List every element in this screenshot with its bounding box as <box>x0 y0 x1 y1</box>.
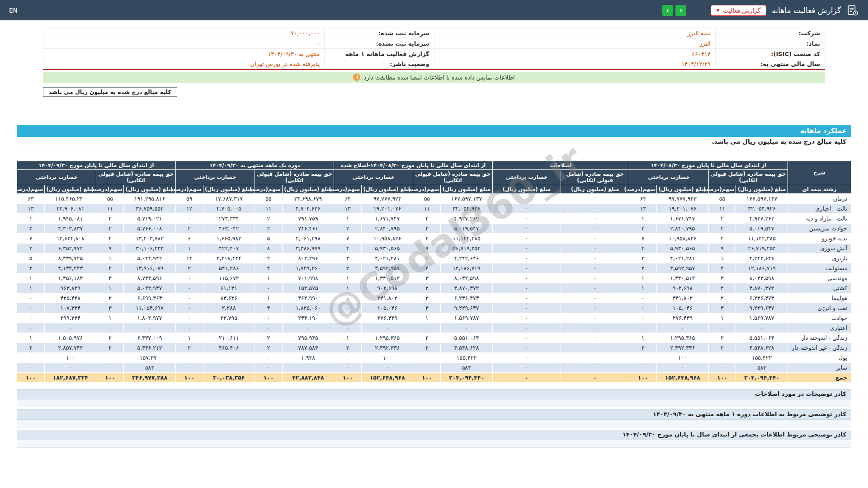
table-cell: ۰ <box>736 323 788 333</box>
table-cell: ۰ <box>629 313 657 323</box>
table-cell: ۰ <box>255 313 282 323</box>
table-cell: ۱۰۰ <box>362 353 413 363</box>
top-navigation-bar: گزارش فعالیت ماهانه گزارش فعالیت ▼ › ‹ E… <box>0 0 868 20</box>
table-cell: ۰ <box>561 313 629 323</box>
table-cell: ۱۳ <box>17 204 45 214</box>
table-cell: ۲ <box>708 214 736 224</box>
table-cell: ۲ <box>96 293 124 303</box>
table-cell: ۵۴۱,۲۸۶ <box>203 263 255 273</box>
table-cell: ۴ <box>334 244 362 253</box>
table-cell: ۲ <box>708 283 736 293</box>
footer-note: کادر توضیحی مربوط اطلاعات تجمعی از ابتدا… <box>17 430 851 448</box>
footer-note-body <box>17 440 851 448</box>
table-cell: ۱۳,۹۱۶,۰۷۹ <box>124 263 175 273</box>
table-cell: ۱ <box>96 283 124 293</box>
table-row: ثالث - اجباری۳۲,۰۵۴,۹۲۶۱۱۱۹,۲۰۱,۰۷۶۱۳۰۰۳… <box>17 204 851 214</box>
table-cell: ۱ <box>334 283 362 293</box>
monthly-report-icon <box>846 4 859 17</box>
table-cell: ۰ <box>629 303 657 313</box>
table-cell: ۱ <box>629 214 657 224</box>
table-cell: ۱ <box>175 244 203 253</box>
table-cell: ۰ <box>17 303 45 313</box>
table-cell: ۳۴۱,۸۰۲ <box>362 293 413 303</box>
table-cell: ۴,۲۴۲,۶۴۶ <box>736 253 788 263</box>
table-cell: ۵ <box>255 234 282 244</box>
table-cell: ۶,۶۹۹,۴۶۳ <box>124 293 175 303</box>
table-cell: ۱۹,۲۰۱,۰۷۶ <box>362 204 413 214</box>
col-subheader-premium: حق بیمه صادره (شامل قبولی اتکایی) <box>708 169 788 185</box>
table-cell: ۲ <box>334 343 362 353</box>
table-row: اعتباري۰۰۰۰۰۰۰۰۰۰۰۰۰۰۰۰۰۰ <box>17 323 851 333</box>
table-row: مسئولیت۱۲,۱۸۶,۷۱۹۴۳,۵۹۲,۹۵۷۲۰۰۱۲,۱۸۶,۷۱۹… <box>17 263 851 273</box>
table-cell: ۰ <box>17 353 45 363</box>
table-cell: ۰ <box>124 323 175 333</box>
table-cell: ۱۹,۲۰۱,۰۷۶ <box>657 204 708 214</box>
footer-note: کادر توضیحی مربوط به اطلاعات دوره ۱ ماهه… <box>17 409 851 427</box>
info-label: وضعیت ناشر: <box>325 59 434 70</box>
table-cell: ۲ <box>413 283 441 293</box>
table-cell: ۱۰۰ <box>657 353 708 363</box>
table-cell: ۸,۰۴۲,۵۹۸ <box>441 273 492 283</box>
table-cell: ۵۸۳ <box>124 363 175 373</box>
row-label: جمع <box>788 373 851 383</box>
table-cell: ۰ <box>492 244 561 253</box>
table-cell: ۳ <box>96 273 124 283</box>
table-cell: ۰ <box>282 363 334 373</box>
table-cell: ۷۸۷,۵۸۴ <box>282 343 334 353</box>
table-cell: ۰ <box>492 253 561 263</box>
signature-match-notice: اطلاعات نمایش داده شده با اطلاعات امضا ش… <box>43 72 825 83</box>
table-cell: ۰ <box>561 323 629 333</box>
row-label: مهندسی <box>788 273 851 283</box>
report-type-dropdown[interactable]: گزارش فعالیت ▼ <box>711 5 766 16</box>
table-cell: ۱۵۵,۴۲۲ <box>736 353 788 363</box>
table-cell: ۱ <box>708 253 736 263</box>
col-header-share: سهم(درصد) <box>175 185 203 193</box>
table-cell: ۰ <box>203 363 255 373</box>
table-cell: ۱,۸۲۵,۰۶۰ <box>282 303 334 313</box>
col-header-share: سهم(درصد) <box>629 185 657 193</box>
nav-prev-button[interactable]: ‹ <box>662 5 673 16</box>
table-cell: ۰ <box>492 204 561 214</box>
table-cell: ۸,۰۴۲,۵۹۸ <box>736 273 788 283</box>
table-cell: ۰ <box>561 253 629 263</box>
table-cell: ۱۵۵,۴۲۲ <box>441 353 492 363</box>
footer-note: کادر توضیحات در مورد اصلاحات <box>17 389 851 407</box>
table-cell: ۰ <box>708 353 736 363</box>
col-header-amount: مبلغ (میلیون ریال) <box>203 185 255 193</box>
table-cell: ۰ <box>175 293 203 303</box>
table-cell: ۱۰۵,۰۴۶ <box>362 303 413 313</box>
table-cell: ۰ <box>561 283 629 293</box>
table-row: آتش سوزی۲۶,۷۱۹,۲۵۴۹۵,۹۳۰,۵۶۵۴۰۰۲۶,۷۱۹,۲۵… <box>17 244 851 253</box>
table-cell: ۰ <box>492 333 561 343</box>
table-cell: ۰ <box>96 363 124 373</box>
table-row: بدنه خودرو۱۱,۱۴۲,۳۸۵۴۱۰,۹۵۸,۸۲۶۷۰۰۱۱,۱۴۲… <box>17 234 851 244</box>
col-subheader-premium: حق بیمه صادره (شامل قبولی اتکایی) <box>561 169 629 185</box>
table-cell: ۰ <box>561 353 629 363</box>
company-info-table: شرکت:بیمه البرزسرمایه ثبت شده:۷۰,۰۰۰,۰۰۰… <box>43 28 825 70</box>
table-cell: ۴,۲۴۲,۶۴۶ <box>441 253 492 263</box>
table-cell: ۵۹ <box>175 194 203 204</box>
table-cell: ۳۰,۰۳۸,۳۵۶ <box>203 373 255 383</box>
table-cell: ۰ <box>561 333 629 343</box>
col-header-insurance-line: رشته بیمه ای <box>788 185 851 193</box>
row-label: باربری <box>788 253 851 263</box>
row-label: کشتی <box>788 283 851 293</box>
table-row: باربری۴,۲۴۲,۶۴۶۱۴,۰۲۱,۲۸۱۳۰۰۴,۲۴۲,۶۴۶۱۴,… <box>17 253 851 263</box>
table-cell: ۱۶۷,۵۹۷,۱۳۷ <box>736 194 788 204</box>
table-cell: ۴ <box>255 263 282 273</box>
table-cell: ۰ <box>175 283 203 293</box>
row-label: حوادث <box>788 313 851 323</box>
row-label: نفت و انرژی <box>788 303 851 313</box>
table-cell: ۶,۲۳۶,۴۷۳ <box>736 293 788 303</box>
table-row: ثالث - مازاد و دیه۴,۹۲۷,۲۶۲۲۱,۶۷۱,۷۴۷۱۰۰… <box>17 214 851 224</box>
table-cell: ۲,۳۹۲,۳۳۶ <box>362 343 413 353</box>
table-cell: ۰ <box>492 323 561 333</box>
table-cell: ۳۲,۰۵۴,۹۲۶ <box>441 204 492 214</box>
nav-next-button[interactable]: › <box>675 5 686 16</box>
col-header-amount: مبلغ (میلیون ریال) <box>736 185 788 193</box>
language-toggle[interactable]: EN <box>9 7 18 14</box>
table-row: سایر۵۸۳۰۰۰۰۰۵۸۳۰۰۰۰۰۰۰۵۸۳۰۰۰ <box>17 363 851 373</box>
table-cell: ۱۱ <box>255 204 282 214</box>
col-group-header: از ابتدای سال مالی تا پایان مورخ ۱۴۰۴/۰۸… <box>629 161 788 169</box>
table-cell: ۲ <box>96 224 124 234</box>
